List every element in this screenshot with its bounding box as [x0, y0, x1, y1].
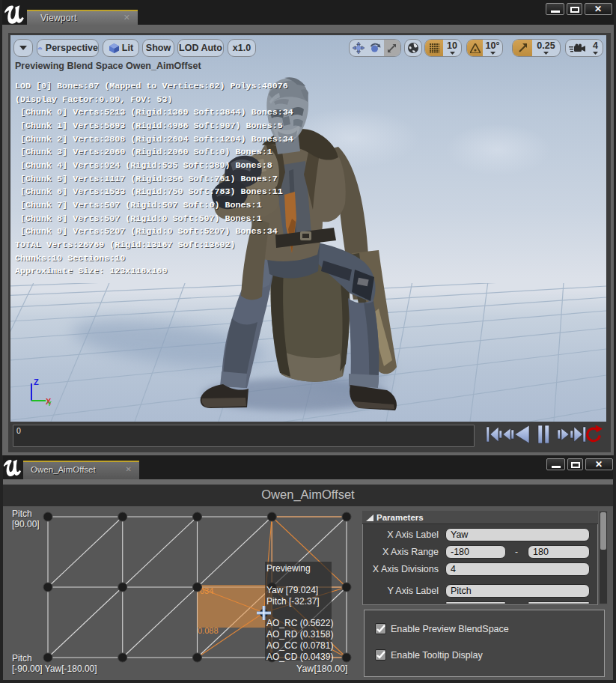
svg-text:Y: Y	[47, 400, 52, 407]
svg-text:Z: Z	[34, 377, 39, 386]
svg-text:0.088: 0.088	[198, 626, 219, 635]
